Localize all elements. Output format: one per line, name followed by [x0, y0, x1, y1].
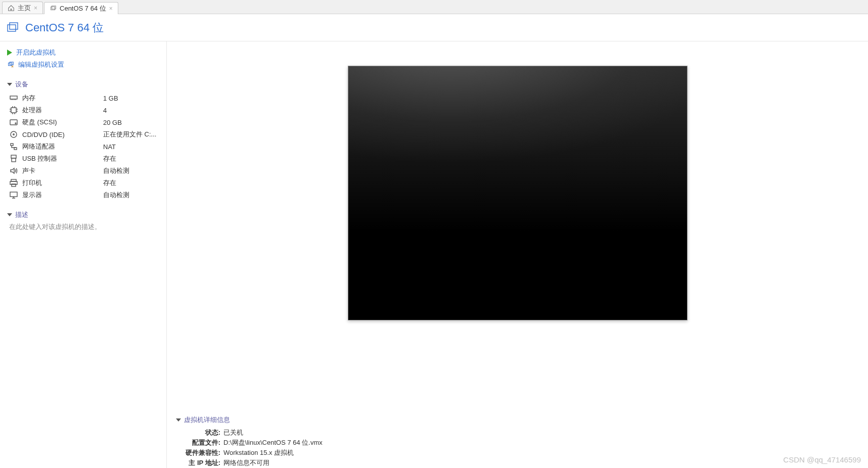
- vm-title-bar: CentOS 7 64 位: [0, 14, 868, 41]
- svg-rect-1: [52, 6, 56, 9]
- detail-key: 主 IP 地址:: [176, 458, 220, 467]
- device-value: 4: [103, 107, 107, 114]
- device-value: 自动检测: [103, 166, 129, 175]
- svg-rect-4: [9, 63, 12, 66]
- device-name: 处理器: [22, 106, 103, 115]
- detail-value: 网络信息不可用: [223, 458, 269, 467]
- svg-rect-19: [10, 192, 17, 197]
- device-value: 存在: [103, 178, 116, 188]
- edit-vm-settings-link[interactable]: 编辑虚拟机设置: [7, 59, 159, 71]
- device-name: CD/DVD (IDE): [22, 131, 103, 138]
- cpu-icon: [9, 106, 18, 115]
- chevron-down-icon: [7, 213, 12, 216]
- sound-icon: [9, 166, 18, 175]
- tab-label: CentOS 7 64 位: [60, 4, 106, 13]
- device-display[interactable]: 显示器 自动检测: [7, 189, 159, 201]
- detail-hw-compat: 硬件兼容性: Workstation 15.x 虚拟机: [176, 448, 868, 458]
- device-name: 内存: [22, 93, 103, 103]
- link-label: 开启此虚拟机: [16, 48, 56, 57]
- device-name: 网络适配器: [22, 142, 103, 151]
- device-printer[interactable]: 打印机 存在: [7, 177, 159, 189]
- svg-rect-14: [11, 155, 16, 158]
- section-description-header[interactable]: 描述: [7, 210, 159, 219]
- svg-point-9: [15, 123, 16, 124]
- device-value: NAT: [103, 143, 116, 151]
- device-value: 自动检测: [103, 191, 129, 200]
- detail-status: 状态: 已关机: [176, 428, 868, 438]
- svg-rect-5: [10, 62, 13, 65]
- device-value: 正在使用文件 C:...: [103, 130, 156, 139]
- device-cpu[interactable]: 处理器 4: [7, 104, 159, 116]
- section-devices-header[interactable]: 设备: [7, 80, 159, 89]
- disk-icon: [9, 118, 18, 127]
- usb-icon: [9, 154, 18, 163]
- svg-rect-15: [12, 158, 16, 162]
- close-icon[interactable]: ×: [34, 5, 37, 12]
- vm-preview-area: [167, 41, 868, 410]
- power-on-vm-link[interactable]: 开启此虚拟机: [7, 46, 159, 59]
- device-usb[interactable]: USB 控制器 存在: [7, 153, 159, 165]
- memory-icon: [9, 93, 18, 103]
- screens-icon: [5, 21, 19, 35]
- section-title: 描述: [15, 210, 28, 219]
- edit-settings-icon: [7, 61, 14, 68]
- screens-icon: [50, 5, 57, 12]
- device-name: 声卡: [22, 166, 103, 175]
- svg-rect-3: [10, 23, 18, 29]
- disc-icon: [9, 130, 18, 139]
- device-name: 显示器: [22, 191, 103, 200]
- detail-key: 配置文件:: [176, 438, 220, 447]
- tab-label: 主页: [18, 4, 31, 13]
- detail-ip: 主 IP 地址: 网络信息不可用: [176, 458, 868, 468]
- detail-value: 已关机: [223, 428, 243, 437]
- link-label: 编辑虚拟机设置: [18, 60, 64, 69]
- svg-rect-12: [11, 144, 13, 146]
- play-icon: [7, 50, 12, 56]
- description-placeholder[interactable]: 在此处键入对该虚拟机的描述。: [7, 222, 159, 231]
- printer-icon: [9, 178, 18, 188]
- device-value: 1 GB: [103, 95, 118, 102]
- detail-key: 状态:: [176, 428, 220, 437]
- device-name: USB 控制器: [22, 154, 103, 163]
- device-disk[interactable]: 硬盘 (SCSI) 20 GB: [7, 116, 159, 128]
- svg-point-11: [13, 134, 14, 135]
- tabs-strip: 主页 × CentOS 7 64 位 ×: [0, 0, 868, 14]
- detail-key: 硬件兼容性:: [176, 448, 220, 457]
- vm-details: 虚拟机详细信息 状态: 已关机 配置文件: D:\网盘\linux\CentOS…: [167, 410, 868, 468]
- device-network[interactable]: 网络适配器 NAT: [7, 141, 159, 153]
- tab-vm[interactable]: CentOS 7 64 位 ×: [44, 2, 118, 14]
- svg-point-10: [11, 131, 17, 137]
- vm-title-text: CentOS 7 64 位: [25, 20, 104, 35]
- close-icon[interactable]: ×: [109, 5, 113, 12]
- sidebar-panel: 开启此虚拟机 编辑虚拟机设置 设备 内存 1 GB 处理器 4 硬盘 (SCSI…: [0, 41, 167, 468]
- chevron-down-icon: [176, 418, 181, 422]
- vm-preview-thumbnail[interactable]: [348, 66, 688, 320]
- section-title: 虚拟机详细信息: [184, 415, 230, 425]
- main-panel: 虚拟机详细信息 状态: 已关机 配置文件: D:\网盘\linux\CentOS…: [167, 41, 868, 468]
- section-title: 设备: [15, 80, 28, 89]
- svg-rect-7: [11, 108, 16, 113]
- device-memory[interactable]: 内存 1 GB: [7, 92, 159, 104]
- svg-rect-6: [10, 96, 17, 99]
- tab-home[interactable]: 主页 ×: [2, 2, 43, 14]
- device-cddvd[interactable]: CD/DVD (IDE) 正在使用文件 C:...: [7, 128, 159, 141]
- home-icon: [8, 5, 15, 12]
- network-icon: [9, 142, 18, 151]
- device-name: 打印机: [22, 178, 103, 188]
- device-sound[interactable]: 声卡 自动检测: [7, 165, 159, 177]
- display-icon: [9, 191, 18, 200]
- device-value: 存在: [103, 154, 116, 163]
- detail-config-file: 配置文件: D:\网盘\linux\CentOS 7 64 位.vmx: [176, 438, 868, 448]
- svg-rect-0: [51, 7, 55, 10]
- detail-value: Workstation 15.x 虚拟机: [223, 448, 294, 457]
- device-name: 硬盘 (SCSI): [22, 118, 103, 127]
- chevron-down-icon: [7, 83, 12, 86]
- device-value: 20 GB: [103, 119, 122, 126]
- svg-rect-2: [8, 25, 16, 31]
- detail-value: D:\网盘\linux\CentOS 7 64 位.vmx: [223, 438, 323, 447]
- section-details-header[interactable]: 虚拟机详细信息: [176, 415, 868, 425]
- svg-rect-8: [10, 120, 17, 125]
